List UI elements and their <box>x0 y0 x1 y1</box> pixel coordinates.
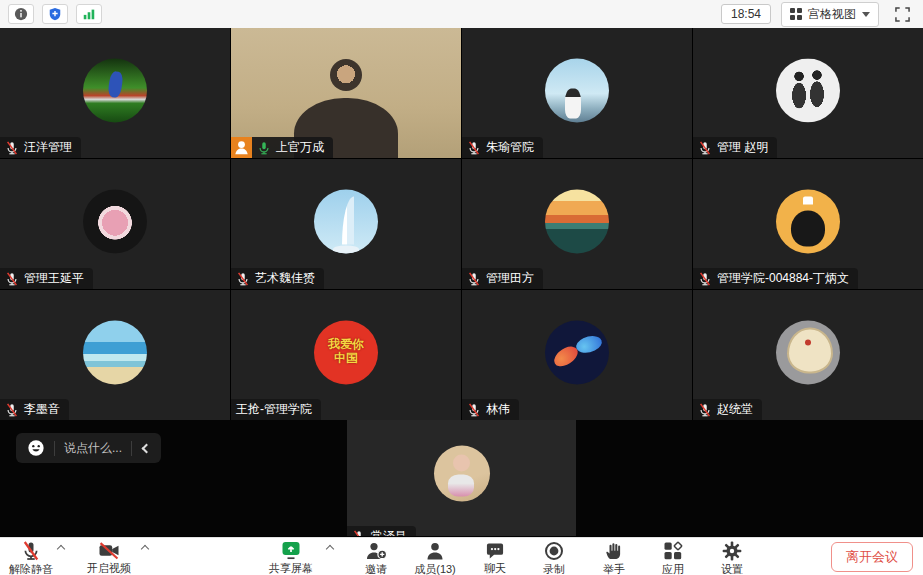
toolbar-label: 解除静音 <box>9 562 53 575</box>
avatar <box>314 189 378 253</box>
participant-name-label: 管理学院-004884-丁炳文 <box>693 268 858 289</box>
avatar <box>83 320 147 384</box>
toolbar-label: 设置 <box>721 562 743 575</box>
participant-name: 王抢-管理学院 <box>236 401 312 418</box>
leave-meeting-button[interactable]: 离开会议 <box>831 542 913 572</box>
chevron-left-icon[interactable] <box>142 443 152 453</box>
video-tile[interactable]: 朱瑜管院 <box>462 28 692 158</box>
video-grid-area: 汪洋管理 上官万成 朱瑜管院 管理 赵明 管理王延平 艺术魏佳赟 管理田方 <box>0 28 923 537</box>
grid-view-icon <box>790 8 802 20</box>
participant-name-label: 管理田方 <box>462 268 543 289</box>
meeting-topbar: 18:54 宫格视图 <box>0 0 923 28</box>
toolbar-hand-button[interactable]: 举手 <box>585 538 643 575</box>
toolbar-mic-muted-button[interactable]: 解除静音 <box>0 538 62 575</box>
toolbar-share-button[interactable]: 共享屏幕 <box>251 538 331 575</box>
mic-muted-icon <box>467 403 481 417</box>
participant-name-label: 李墨音 <box>0 399 69 420</box>
mic-muted-icon <box>21 541 41 561</box>
toolbar-record-button[interactable]: 录制 <box>523 538 585 575</box>
mic-muted-icon <box>698 403 712 417</box>
mic-on-icon <box>257 141 271 155</box>
mic-muted-icon <box>698 141 712 155</box>
avatar <box>776 189 840 253</box>
toolbar-members-button[interactable]: 成员(13) <box>403 538 467 575</box>
avatar <box>776 58 840 122</box>
participant-name: 林伟 <box>486 401 510 418</box>
avatar <box>776 320 840 384</box>
participant-name-label: 王抢-管理学院 <box>231 399 321 420</box>
video-tile[interactable]: 管理学院-004884-丁炳文 <box>693 159 923 289</box>
participant-name-label: 朱瑜管院 <box>462 137 543 158</box>
video-tile[interactable]: 我爱你中国王抢-管理学院 <box>231 290 461 420</box>
settings-icon <box>722 541 742 561</box>
participant-name: 管理王延平 <box>24 270 84 287</box>
layout-view-button[interactable]: 宫格视图 <box>781 2 879 27</box>
quick-chat-pill[interactable]: 说点什么... <box>16 433 161 463</box>
share-icon <box>281 541 301 560</box>
smiley-icon[interactable] <box>27 439 45 457</box>
participant-name-label: 汪洋管理 <box>0 137 81 158</box>
participant-grid: 汪洋管理 上官万成 朱瑜管院 管理 赵明 管理王延平 艺术魏佳赟 管理田方 <box>0 28 923 420</box>
avatar <box>434 446 490 502</box>
mic-muted-icon <box>698 272 712 286</box>
hand-icon <box>605 541 623 561</box>
info-icon[interactable] <box>8 4 34 24</box>
avatar <box>545 58 609 122</box>
fullscreen-icon[interactable] <box>889 4 915 24</box>
video-tile[interactable]: 管理 赵明 <box>693 28 923 158</box>
mic-muted-icon <box>5 141 19 155</box>
video-tile[interactable]: 林伟 <box>462 290 692 420</box>
toolbar-label: 录制 <box>543 562 565 575</box>
avatar <box>83 189 147 253</box>
participant-name-label: 管理王延平 <box>0 268 93 289</box>
participant-name-label: 常泽昌 <box>347 526 416 536</box>
divider <box>131 441 132 456</box>
mic-muted-icon <box>236 272 250 286</box>
toolbar-label: 邀请 <box>365 562 387 575</box>
participant-name-label: 管理 赵明 <box>693 137 777 158</box>
divider <box>54 441 55 456</box>
participant-name-label: 上官万成 <box>231 137 333 158</box>
toolbar-label: 成员(13) <box>414 562 456 575</box>
video-tile[interactable]: 李墨音 <box>0 290 230 420</box>
chevron-up-icon[interactable] <box>57 545 65 553</box>
participant-name: 汪洋管理 <box>24 139 72 156</box>
participant-name-label: 艺术魏佳赟 <box>231 268 324 289</box>
chevron-up-icon[interactable] <box>326 545 334 553</box>
video-tile[interactable]: 管理田方 <box>462 159 692 289</box>
video-tile[interactable]: 汪洋管理 <box>0 28 230 158</box>
video-tile[interactable]: 常泽昌 <box>347 420 576 536</box>
apps-icon <box>663 541 683 561</box>
participant-name-label: 赵统堂 <box>693 399 762 420</box>
layout-view-label: 宫格视图 <box>808 6 856 23</box>
mic-muted-icon <box>467 141 481 155</box>
toolbar-label: 共享屏幕 <box>269 561 313 575</box>
chat-placeholder[interactable]: 说点什么... <box>64 440 122 457</box>
video-tile[interactable]: 艺术魏佳赟 <box>231 159 461 289</box>
meeting-toolbar: 解除静音 开启视频 共享屏幕 邀请 成员(13) 聊天 录制 <box>0 537 923 575</box>
participant-name-label: 林伟 <box>462 399 519 420</box>
avatar <box>545 189 609 253</box>
invite-icon <box>365 541 387 561</box>
video-tile[interactable]: 上官万成 <box>231 28 461 158</box>
toolbar-apps-button[interactable]: 应用 <box>643 538 703 575</box>
participant-name: 朱瑜管院 <box>486 139 534 156</box>
toolbar-label: 开启视频 <box>87 561 131 575</box>
mic-muted-icon <box>352 530 366 537</box>
chevron-up-icon[interactable] <box>141 545 149 553</box>
cam-muted-icon <box>98 541 120 560</box>
toolbar-label: 举手 <box>603 562 625 575</box>
mic-muted-icon <box>467 272 481 286</box>
security-shield-icon[interactable] <box>42 4 68 24</box>
participant-name: 管理田方 <box>486 270 534 287</box>
toolbar-invite-button[interactable]: 邀请 <box>349 538 403 575</box>
chat-icon <box>485 541 505 560</box>
toolbar-settings-button[interactable]: 设置 <box>703 538 761 575</box>
signal-strength-icon[interactable] <box>76 4 102 24</box>
clock: 18:54 <box>721 4 771 24</box>
chevron-down-icon <box>862 12 870 17</box>
video-tile[interactable]: 赵统堂 <box>693 290 923 420</box>
toolbar-cam-muted-button[interactable]: 开启视频 <box>72 538 146 575</box>
toolbar-chat-button[interactable]: 聊天 <box>467 538 523 575</box>
video-tile[interactable]: 管理王延平 <box>0 159 230 289</box>
